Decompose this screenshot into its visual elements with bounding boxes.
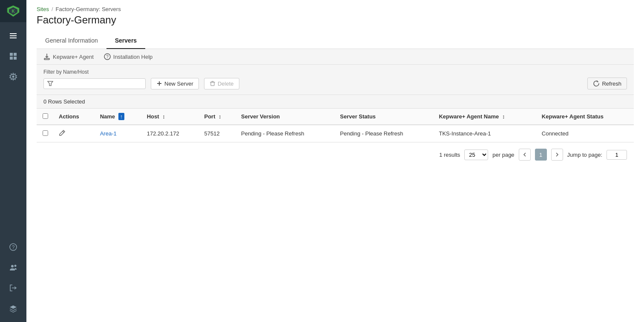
trash-icon xyxy=(210,80,216,86)
header-server-status: Server Status xyxy=(335,109,434,125)
sidebar-settings-icon[interactable] xyxy=(0,66,26,87)
row-name-cell: Area-1 xyxy=(95,125,142,142)
row-agent-status-cell: Connected xyxy=(537,125,634,142)
sidebar-nav-top xyxy=(0,26,26,237)
row-agent-name-cell: TKS-Instance-Area-1 xyxy=(434,125,536,142)
plus-icon xyxy=(156,80,162,86)
header-agent-name[interactable]: Kepware+ Agent Name ↕ xyxy=(434,109,536,125)
svg-text:?: ? xyxy=(106,55,109,59)
refresh-button[interactable]: Refresh xyxy=(587,78,627,89)
sidebar-users-icon[interactable] xyxy=(0,257,26,278)
per-page-label: per page xyxy=(492,152,514,158)
new-server-button[interactable]: New Server xyxy=(151,78,199,89)
main-content: Sites / Factory-Germany: Servers Factory… xyxy=(26,0,644,322)
rows-selected-label: 0 Rows Selected xyxy=(37,95,634,108)
chevron-right-icon xyxy=(555,152,559,157)
row-actions-cell xyxy=(54,125,95,142)
header-agent-status: Kepware+ Agent Status xyxy=(537,109,634,125)
content-area: Sites / Factory-Germany: Servers Factory… xyxy=(26,0,644,322)
sidebar-signout-icon[interactable] xyxy=(0,278,26,298)
row-checkbox-cell xyxy=(37,125,54,142)
filter-icon xyxy=(47,80,53,86)
header-checkbox-cell xyxy=(37,109,54,125)
jump-to-page-label: Jump to page: xyxy=(567,152,602,158)
filter-area: Filter by Name/Host New Server xyxy=(37,65,634,95)
tab-general-information[interactable]: General Information xyxy=(37,33,106,49)
svg-line-27 xyxy=(63,131,64,132)
header-actions: Actions xyxy=(54,109,95,125)
svg-text:?: ? xyxy=(12,244,15,250)
svg-rect-9 xyxy=(14,57,17,60)
header-name[interactable]: Name ↑ xyxy=(95,109,142,125)
row-host-cell: 172.20.2.172 xyxy=(142,125,199,142)
svg-rect-22 xyxy=(211,82,214,86)
svg-marker-19 xyxy=(48,81,53,86)
filter-input[interactable] xyxy=(56,80,142,87)
kepware-agent-button[interactable]: Kepware+ Agent xyxy=(43,53,94,60)
results-count: 1 results xyxy=(439,152,460,158)
server-name-link[interactable]: Area-1 xyxy=(100,130,117,137)
breadcrumb-current: Factory-Germany: Servers xyxy=(56,6,121,12)
refresh-icon xyxy=(593,80,600,87)
breadcrumb: Sites / Factory-Germany: Servers xyxy=(37,0,634,14)
sidebar: K xyxy=(0,0,26,322)
table-row: Area-1 172.20.2.172 57512 Pending - Plea… xyxy=(37,125,634,142)
sidebar-help-icon[interactable]: ? xyxy=(0,237,26,257)
logo: K xyxy=(0,0,26,22)
svg-rect-7 xyxy=(14,53,17,56)
jump-to-page-input[interactable] xyxy=(607,150,627,160)
filter-label: Filter by Name/Host xyxy=(43,69,627,75)
filter-row: New Server Delete xyxy=(43,78,627,89)
sidebar-menu-icon[interactable] xyxy=(0,26,26,46)
svg-rect-5 xyxy=(10,37,17,38)
row-server-status-cell: Pending - Please Refresh xyxy=(335,125,434,142)
toolbar-section: Kepware+ Agent ? Installation Help xyxy=(37,49,634,65)
breadcrumb-separator: / xyxy=(52,6,53,12)
svg-rect-3 xyxy=(10,33,17,34)
servers-table: Actions Name ↑ Host ↕ Port xyxy=(37,108,634,142)
tab-bar: General Information Servers xyxy=(37,33,634,49)
header-port[interactable]: Port ↕ xyxy=(199,109,236,125)
page-title: Factory-Germany xyxy=(37,14,634,26)
sidebar-dashboard-icon[interactable] xyxy=(0,46,26,66)
tab-servers[interactable]: Servers xyxy=(106,33,145,49)
svg-point-10 xyxy=(12,76,14,78)
host-sort-icon[interactable]: ↕ xyxy=(162,113,165,120)
select-all-checkbox[interactable] xyxy=(43,113,48,119)
svg-text:K: K xyxy=(12,9,15,14)
name-sort-icon[interactable]: ↑ xyxy=(118,113,125,120)
table-wrapper: Actions Name ↑ Host ↕ Port xyxy=(37,108,634,142)
table-header-row: Actions Name ↑ Host ↕ Port xyxy=(37,109,634,125)
per-page-select[interactable]: 25 10 50 100 xyxy=(464,150,488,160)
sidebar-layers-icon[interactable] xyxy=(0,298,26,319)
breadcrumb-sites-link[interactable]: Sites xyxy=(37,6,49,12)
header-host[interactable]: Host ↕ xyxy=(142,109,199,125)
filter-input-wrapper[interactable] xyxy=(43,78,146,89)
edit-icon[interactable] xyxy=(59,131,66,138)
page-1-button[interactable]: 1 xyxy=(535,149,547,161)
agent-name-sort-icon[interactable]: ↕ xyxy=(502,113,505,120)
svg-point-13 xyxy=(11,265,14,267)
sidebar-nav-bottom: ? xyxy=(0,237,26,319)
chevron-left-icon xyxy=(523,152,527,157)
prev-page-button[interactable] xyxy=(519,149,531,161)
row-checkbox[interactable] xyxy=(43,130,48,136)
header-server-version: Server Version xyxy=(236,109,335,125)
installation-help-button[interactable]: ? Installation Help xyxy=(104,53,153,60)
svg-rect-16 xyxy=(44,58,49,60)
svg-point-14 xyxy=(14,265,17,267)
next-page-button[interactable] xyxy=(551,149,563,161)
port-sort-icon[interactable]: ↕ xyxy=(218,113,221,120)
row-server-version-cell: Pending - Please Refresh xyxy=(236,125,335,142)
svg-rect-6 xyxy=(10,53,13,56)
pagination: 1 results 25 10 50 100 per page 1 Jump t… xyxy=(37,142,634,167)
row-port-cell: 57512 xyxy=(199,125,236,142)
svg-rect-8 xyxy=(10,57,13,60)
svg-rect-4 xyxy=(10,35,17,36)
delete-button[interactable]: Delete xyxy=(204,78,239,89)
